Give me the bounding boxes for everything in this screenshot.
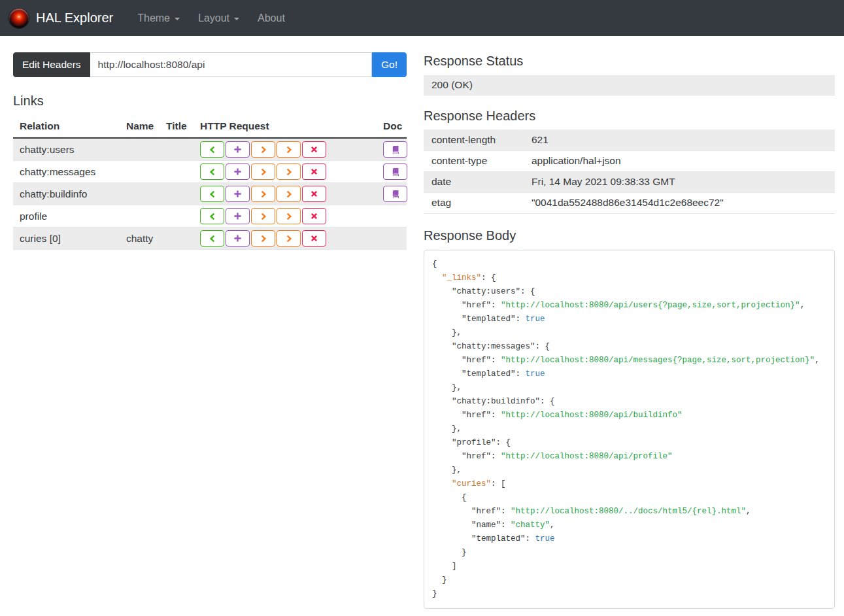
code-line: "chatty:buildinfo": { [432,395,826,409]
name-cell: chatty [120,228,160,250]
title-cell [160,205,194,228]
nav-item-label: Layout [198,12,229,24]
http-request-cell [194,183,377,205]
edit-headers-button[interactable]: Edit Headers [13,52,90,77]
code-line: "href": "http://localhost:8080/../docs/h… [432,505,826,519]
patch-request-button[interactable] [277,163,301,180]
response-header-row: content-typeapplication/hal+json [424,150,835,171]
delete-request-button[interactable] [302,230,326,247]
relation-cell: profile [13,205,120,228]
nav-item-layout[interactable]: Layout [189,12,248,24]
brand-link[interactable]: HAL Explorer [36,10,113,26]
patch-request-button[interactable] [277,141,301,158]
relation-cell: chatty:users [13,138,120,161]
post-request-button[interactable] [226,163,250,180]
code-line: }, [432,381,826,395]
column-header-name: Name [120,117,160,138]
http-request-cell [194,138,377,161]
links-table-row: chatty:buildinfo [13,183,407,205]
name-cell [120,183,160,205]
code-line: } [432,546,826,560]
patch-request-button[interactable] [277,186,301,202]
nav-item-about[interactable]: About [248,12,294,24]
put-request-button[interactable] [251,163,275,180]
code-line: { [432,491,826,505]
get-request-button[interactable] [200,163,224,180]
post-request-button[interactable] [226,230,250,247]
response-panel: Response Status 200 (OK) Response Header… [424,52,835,609]
request-bar: Edit Headers Go! [13,52,407,77]
http-request-cell [194,161,377,183]
patch-request-button[interactable] [277,230,301,247]
links-section-title: Links [13,94,407,109]
get-request-button[interactable] [200,230,224,247]
column-header-doc: Doc [377,117,407,138]
links-table-header-row: Relation Name Title HTTP Request Doc [13,117,407,138]
doc-button[interactable] [383,141,407,158]
header-value-cell: "0041da552488d86e31454d1c2e68eec72" [524,192,835,213]
caret-down-icon [175,18,180,20]
code-line: }, [432,464,826,477]
code-line: } [432,573,826,587]
doc-cell [377,183,407,205]
code-line: "href": "http://localhost:8080/api/users… [432,299,826,313]
http-request-cell [194,205,377,228]
header-name-cell: content-length [424,129,524,150]
get-request-button[interactable] [200,141,224,158]
column-header-http-request: HTTP Request [194,117,377,138]
links-table-row: profile [13,205,407,228]
relation-cell: curies [0] [13,228,120,250]
code-line: "chatty:messages": { [432,340,826,354]
code-line: ] [432,560,826,573]
code-line: "href": "http://localhost:8080/api/profi… [432,450,826,464]
delete-request-button[interactable] [302,186,326,202]
relation-cell: chatty:messages [13,161,120,183]
links-table-row: chatty:messages [13,161,407,183]
get-request-button[interactable] [200,208,224,224]
name-cell [120,205,160,228]
post-request-button[interactable] [226,208,250,224]
response-headers-table: content-length621content-typeapplication… [424,129,835,214]
post-request-button[interactable] [226,141,250,158]
code-line: "curies": [ [432,477,826,491]
relation-cell: chatty:buildinfo [13,183,120,205]
nav-item-theme[interactable]: Theme [128,12,189,24]
links-table: Relation Name Title HTTP Request Doc cha… [13,117,407,250]
response-body-title: Response Body [424,228,835,243]
go-button[interactable]: Go! [372,52,407,77]
post-request-button[interactable] [226,186,250,202]
http-request-cell [194,228,377,250]
header-value-cell: application/hal+json [524,150,835,171]
response-headers-title: Response Headers [424,109,835,124]
code-line: "profile": { [432,436,826,450]
put-request-button[interactable] [251,141,275,158]
delete-request-button[interactable] [302,163,326,180]
doc-cell [377,138,407,161]
name-cell [120,161,160,183]
response-status-title: Response Status [424,54,835,69]
patch-request-button[interactable] [277,208,301,224]
header-name-cell: content-type [424,150,524,171]
doc-button[interactable] [383,163,407,180]
delete-request-button[interactable] [302,141,326,158]
put-request-button[interactable] [251,186,275,202]
response-header-row: dateFri, 14 May 2021 09:38:33 GMT [424,171,835,192]
nav-item-label: About [258,12,285,24]
nav-item-label: Theme [137,12,170,24]
code-line: "templated": true [432,532,826,546]
code-line: "href": "http://localhost:8080/api/build… [432,409,826,422]
url-input[interactable] [90,52,372,77]
code-line: "_links": { [432,271,826,285]
code-line: } [432,587,826,601]
get-request-button[interactable] [200,186,224,202]
doc-button[interactable] [383,186,407,202]
header-value-cell: 621 [524,129,835,150]
column-header-title: Title [160,117,194,138]
code-line: "name": "chatty", [432,519,826,532]
code-line: "chatty:users": { [432,285,826,299]
put-request-button[interactable] [251,208,275,224]
delete-request-button[interactable] [302,208,326,224]
put-request-button[interactable] [251,230,275,247]
doc-cell [377,205,407,228]
response-header-row: etag"0041da552488d86e31454d1c2e68eec72" [424,192,835,213]
